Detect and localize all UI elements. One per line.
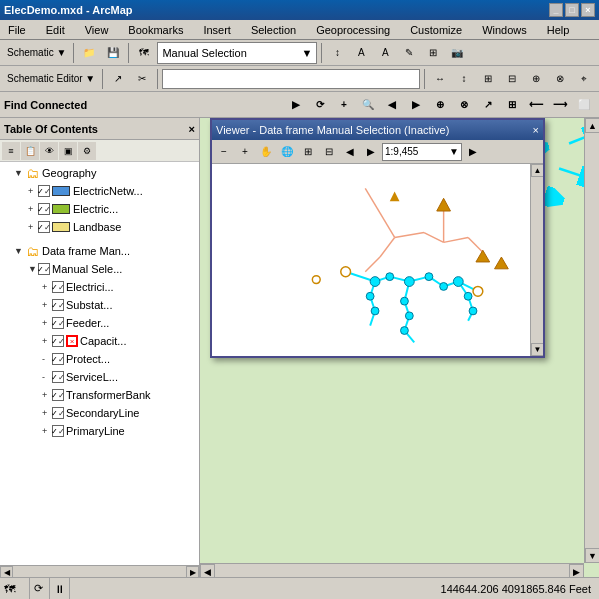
viewer-back[interactable]: ◀ — [340, 142, 360, 162]
toc-layer-manualsel[interactable]: ▼ ✓ Manual Sele... — [0, 260, 199, 278]
viewer-scrollbar-v[interactable]: ▲ ▼ — [530, 164, 543, 356]
status-section-2[interactable]: ⟳ — [30, 578, 50, 599]
fc-btn-5[interactable]: ◀ — [381, 94, 403, 116]
minimize-btn[interactable]: _ — [549, 3, 563, 17]
fc-btn-10[interactable]: ⊞ — [501, 94, 523, 116]
se-btn-2[interactable]: ✂ — [131, 68, 153, 90]
expand-geography-icon[interactable]: ▼ — [14, 168, 24, 178]
fc-btn-3[interactable]: + — [333, 94, 355, 116]
toc-layer-electricnetw[interactable]: + ✓ ElectricNetw... — [0, 182, 199, 200]
fc-btn-13[interactable]: ⬜ — [573, 94, 595, 116]
toc-layer-secondaryline[interactable]: + ✓ SecondaryLine — [0, 404, 199, 422]
toc-visibility-btn[interactable]: 👁 — [40, 142, 58, 160]
toc-list-btn[interactable]: ≡ — [2, 142, 20, 160]
menu-help[interactable]: Help — [543, 23, 574, 37]
chk-capacit[interactable]: ✓ — [52, 335, 64, 347]
expand-dataframe-icon[interactable]: ▼ — [14, 246, 24, 256]
chk-substat[interactable]: ✓ — [52, 299, 64, 311]
viewer-globe[interactable]: 🌐 — [277, 142, 297, 162]
viewer-fullextent[interactable]: ⊞ — [298, 142, 318, 162]
map-scroll-left[interactable]: ◀ — [200, 564, 215, 578]
se-input[interactable] — [162, 69, 420, 89]
menu-geoprocessing[interactable]: Geoprocessing — [312, 23, 394, 37]
se-btn-8[interactable]: ⊗ — [549, 68, 571, 90]
fc-btn-12[interactable]: ⟶ — [549, 94, 571, 116]
toc-layer-substat[interactable]: + ✓ Substat... — [0, 296, 199, 314]
viewer-forward[interactable]: ▶ — [361, 142, 381, 162]
viewer-zoom-out[interactable]: − — [214, 142, 234, 162]
toc-layer-transformerbank[interactable]: + ✓ TransformerBank — [0, 386, 199, 404]
menu-selection[interactable]: Selection — [247, 23, 300, 37]
fc-btn-8[interactable]: ⊗ — [453, 94, 475, 116]
toc-sel-btn[interactable]: ▣ — [59, 142, 77, 160]
menu-bookmarks[interactable]: Bookmarks — [124, 23, 187, 37]
se-btn-7[interactable]: ⊕ — [525, 68, 547, 90]
viewer-scale-dropdown[interactable]: 1:9,455 ▼ — [382, 143, 462, 161]
menu-view[interactable]: View — [81, 23, 113, 37]
menu-windows[interactable]: Windows — [478, 23, 531, 37]
viewer-close-btn[interactable]: × — [533, 124, 539, 136]
viewer-next[interactable]: ▶ — [463, 142, 483, 162]
open-btn[interactable]: 📁 — [78, 42, 100, 64]
map-scrollbar-v[interactable]: ▲ ▼ — [584, 118, 599, 563]
save-btn[interactable]: 💾 — [102, 42, 124, 64]
map-scroll-right[interactable]: ▶ — [569, 564, 584, 578]
fc-btn-2[interactable]: ⟳ — [309, 94, 331, 116]
schematic-dropdown-btn[interactable]: Schematic ▼ — [4, 42, 69, 64]
chk-protect[interactable]: ✓ — [52, 353, 64, 365]
maximize-btn[interactable]: □ — [565, 3, 579, 17]
fc-btn-11[interactable]: ⟵ — [525, 94, 547, 116]
toc-opt-btn[interactable]: ⚙ — [78, 142, 96, 160]
toc-layer-feeder[interactable]: + ✓ Feeder... — [0, 314, 199, 332]
viewer-titlebar[interactable]: Viewer - Data frame Manual Selection (In… — [212, 120, 543, 140]
fc-btn-4[interactable]: 🔍 — [357, 94, 379, 116]
toc-layer-servicel[interactable]: - ✓ ServiceL... — [0, 368, 199, 386]
toc-layer-landbase[interactable]: + ✓ Landbase — [0, 218, 199, 236]
tool-btn-3[interactable]: A — [374, 42, 396, 64]
chk-electrici[interactable]: ✓ — [52, 281, 64, 293]
se-btn-3[interactable]: ↔ — [429, 68, 451, 90]
tool-btn-4[interactable]: ✎ — [398, 42, 420, 64]
tool-btn-6[interactable]: 📷 — [446, 42, 468, 64]
viewer-fit[interactable]: ⊟ — [319, 142, 339, 162]
map-scroll-down[interactable]: ▼ — [585, 548, 599, 563]
se-btn-9[interactable]: ⌖ — [573, 68, 595, 90]
toc-layer-electrici[interactable]: + ✓ Electrici... — [0, 278, 199, 296]
menu-edit[interactable]: Edit — [42, 23, 69, 37]
toc-group-dataframe[interactable]: ▼ 🗂 Data frame Man... — [0, 242, 199, 260]
schematic-editor-dropdown[interactable]: Schematic Editor ▼ — [4, 68, 98, 90]
chk-electricnetw[interactable]: ✓ — [38, 185, 50, 197]
chk-feeder[interactable]: ✓ — [52, 317, 64, 329]
fc-btn-7[interactable]: ⊕ — [429, 94, 451, 116]
toc-layer-protect[interactable]: - ✓ Protect... — [0, 350, 199, 368]
map-icon-btn[interactable]: 🗺 — [133, 42, 155, 64]
fc-btn-6[interactable]: ▶ — [405, 94, 427, 116]
viewer-zoom-in[interactable]: + — [235, 142, 255, 162]
menu-customize[interactable]: Customize — [406, 23, 466, 37]
viewer-scroll-down[interactable]: ▼ — [531, 343, 543, 356]
fc-btn-1[interactable]: ▶ — [285, 94, 307, 116]
status-section-3[interactable]: ⏸ — [50, 578, 70, 599]
se-btn-5[interactable]: ⊞ — [477, 68, 499, 90]
toc-layer-capacit[interactable]: + ✓ × Capacit... — [0, 332, 199, 350]
tool-btn-1[interactable]: ↕ — [326, 42, 348, 64]
map-scroll-up[interactable]: ▲ — [585, 118, 599, 133]
chk-servicel[interactable]: ✓ — [52, 371, 64, 383]
se-btn-6[interactable]: ⊟ — [501, 68, 523, 90]
fc-btn-9[interactable]: ↗ — [477, 94, 499, 116]
se-btn-4[interactable]: ↕ — [453, 68, 475, 90]
chk-landbase[interactable]: ✓ — [38, 221, 50, 233]
toc-layer-electric[interactable]: + ✓ Electric... — [0, 200, 199, 218]
toc-layer-primaryline[interactable]: + ✓ PrimaryLine — [0, 422, 199, 440]
chk-electric[interactable]: ✓ — [38, 203, 50, 215]
toc-source-btn[interactable]: 📋 — [21, 142, 39, 160]
selection-dropdown[interactable]: Manual Selection ▼ — [157, 42, 317, 64]
toc-group-geography[interactable]: ▼ 🗂 Geography — [0, 164, 199, 182]
tool-btn-2[interactable]: A — [350, 42, 372, 64]
viewer-pan[interactable]: ✋ — [256, 142, 276, 162]
chk-secondaryline[interactable]: ✓ — [52, 407, 64, 419]
close-btn[interactable]: × — [581, 3, 595, 17]
chk-transformerbank[interactable]: ✓ — [52, 389, 64, 401]
viewer-scroll-up[interactable]: ▲ — [531, 164, 543, 177]
chk-manualsel[interactable]: ✓ — [38, 263, 50, 275]
